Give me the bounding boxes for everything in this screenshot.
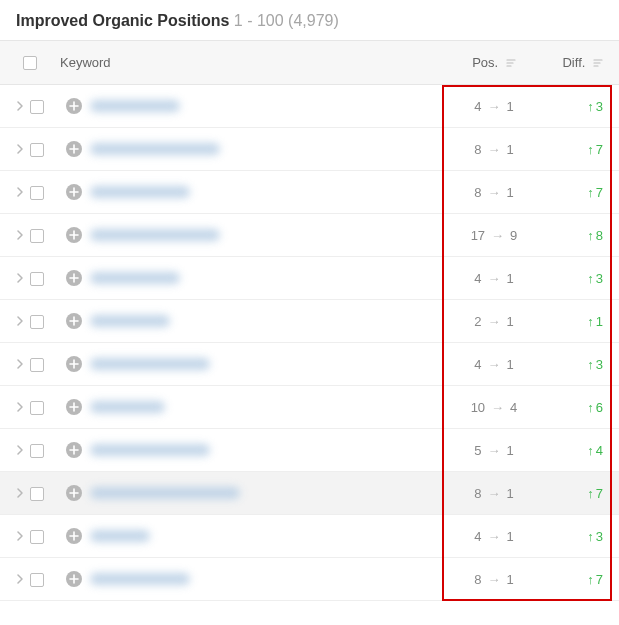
position-cell: 4→1 <box>439 515 549 558</box>
expand-icon[interactable] <box>16 486 24 501</box>
table-row[interactable]: 8→1↑7 <box>0 472 619 515</box>
keyword-text[interactable] <box>90 444 210 456</box>
table-row[interactable]: 8→1↑7 <box>0 558 619 601</box>
expand-icon[interactable] <box>16 142 24 157</box>
position-cell: 8→1 <box>439 472 549 515</box>
diff-cell: ↑1 <box>549 300 619 343</box>
arrow-right-icon: → <box>491 228 504 243</box>
row-checkbox[interactable] <box>30 401 44 415</box>
table-row[interactable]: 4→1↑3 <box>0 343 619 386</box>
position-cell: 5→1 <box>439 429 549 472</box>
row-checkbox[interactable] <box>30 186 44 200</box>
table-row[interactable]: 17→9↑8 <box>0 214 619 257</box>
position-cell: 8→1 <box>439 128 549 171</box>
table-row[interactable]: 4→1↑3 <box>0 515 619 558</box>
add-icon[interactable] <box>66 399 82 415</box>
keyword-text[interactable] <box>90 530 150 542</box>
expand-icon[interactable] <box>16 228 24 243</box>
arrow-right-icon: → <box>488 529 501 544</box>
row-checkbox[interactable] <box>30 358 44 372</box>
keyword-text[interactable] <box>90 401 165 413</box>
table-row[interactable]: 10→4↑6 <box>0 386 619 429</box>
position-cell: 4→1 <box>439 343 549 386</box>
expand-icon[interactable] <box>16 185 24 200</box>
keyword-text[interactable] <box>90 358 210 370</box>
col-header-diff[interactable]: Diff. <box>549 41 619 85</box>
add-icon[interactable] <box>66 313 82 329</box>
row-checkbox[interactable] <box>30 573 44 587</box>
keyword-text[interactable] <box>90 315 170 327</box>
add-icon[interactable] <box>66 528 82 544</box>
row-checkbox[interactable] <box>30 315 44 329</box>
page-title: Improved Organic Positions <box>16 12 229 29</box>
diff-cell: ↑7 <box>549 472 619 515</box>
arrow-right-icon: → <box>488 185 501 200</box>
arrow-right-icon: → <box>488 572 501 587</box>
keyword-text[interactable] <box>90 143 220 155</box>
diff-cell: ↑3 <box>549 85 619 128</box>
sort-icon <box>593 59 603 69</box>
diff-cell: ↑6 <box>549 386 619 429</box>
add-icon[interactable] <box>66 270 82 286</box>
select-all-checkbox[interactable] <box>23 56 37 70</box>
table-row[interactable]: 2→1↑1 <box>0 300 619 343</box>
diff-cell: ↑8 <box>549 214 619 257</box>
expand-icon[interactable] <box>16 529 24 544</box>
row-checkbox[interactable] <box>30 530 44 544</box>
expand-icon[interactable] <box>16 400 24 415</box>
position-cell: 4→1 <box>439 85 549 128</box>
expand-icon[interactable] <box>16 443 24 458</box>
diff-cell: ↑3 <box>549 343 619 386</box>
page-range: 1 - 100 (4,979) <box>234 12 339 29</box>
row-checkbox[interactable] <box>30 100 44 114</box>
col-header-pos[interactable]: Pos. <box>439 41 549 85</box>
row-checkbox[interactable] <box>30 444 44 458</box>
keyword-text[interactable] <box>90 272 180 284</box>
table-row[interactable]: 5→1↑4 <box>0 429 619 472</box>
diff-cell: ↑3 <box>549 257 619 300</box>
position-cell: 17→9 <box>439 214 549 257</box>
add-icon[interactable] <box>66 442 82 458</box>
row-checkbox[interactable] <box>30 272 44 286</box>
arrow-right-icon: → <box>488 142 501 157</box>
col-header-keyword[interactable]: Keyword <box>60 41 439 85</box>
position-cell: 8→1 <box>439 171 549 214</box>
row-checkbox[interactable] <box>30 229 44 243</box>
expand-icon[interactable] <box>16 314 24 329</box>
row-checkbox[interactable] <box>30 487 44 501</box>
position-cell: 8→1 <box>439 558 549 601</box>
table-row[interactable]: 8→1↑7 <box>0 128 619 171</box>
table-row[interactable]: 4→1↑3 <box>0 85 619 128</box>
arrow-up-icon: ↑ <box>587 529 594 544</box>
keyword-text[interactable] <box>90 100 180 112</box>
row-checkbox[interactable] <box>30 143 44 157</box>
add-icon[interactable] <box>66 356 82 372</box>
add-icon[interactable] <box>66 98 82 114</box>
table-row[interactable]: 4→1↑3 <box>0 257 619 300</box>
keyword-text[interactable] <box>90 487 240 499</box>
arrow-right-icon: → <box>488 314 501 329</box>
keyword-text[interactable] <box>90 186 190 198</box>
arrow-right-icon: → <box>488 271 501 286</box>
arrow-right-icon: → <box>491 400 504 415</box>
add-icon[interactable] <box>66 141 82 157</box>
expand-icon[interactable] <box>16 99 24 114</box>
arrow-up-icon: ↑ <box>587 357 594 372</box>
report-header: Improved Organic Positions 1 - 100 (4,97… <box>0 0 619 40</box>
arrow-up-icon: ↑ <box>587 185 594 200</box>
arrow-up-icon: ↑ <box>587 443 594 458</box>
expand-icon[interactable] <box>16 357 24 372</box>
keyword-text[interactable] <box>90 573 190 585</box>
add-icon[interactable] <box>66 184 82 200</box>
arrow-up-icon: ↑ <box>587 400 594 415</box>
table-row[interactable]: 8→1↑7 <box>0 171 619 214</box>
add-icon[interactable] <box>66 485 82 501</box>
sort-icon <box>506 59 516 69</box>
expand-icon[interactable] <box>16 572 24 587</box>
expand-icon[interactable] <box>16 271 24 286</box>
arrow-up-icon: ↑ <box>587 271 594 286</box>
diff-cell: ↑7 <box>549 171 619 214</box>
keyword-text[interactable] <box>90 229 220 241</box>
add-icon[interactable] <box>66 571 82 587</box>
add-icon[interactable] <box>66 227 82 243</box>
